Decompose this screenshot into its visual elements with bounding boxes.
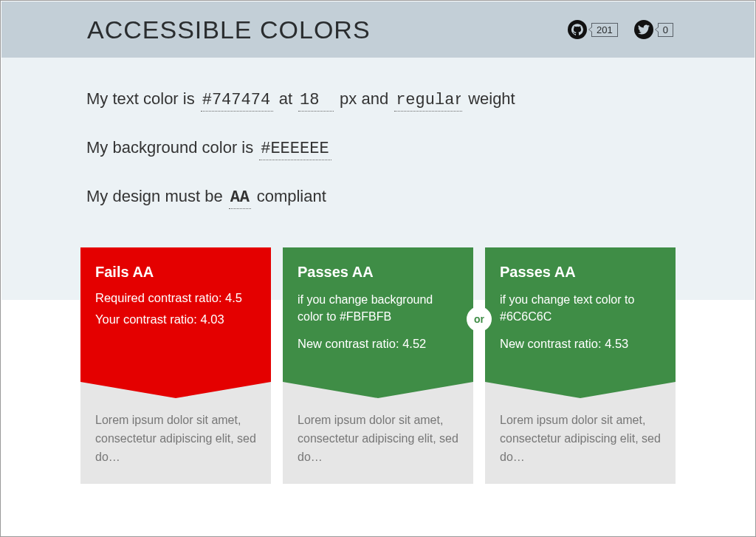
or-divider: or	[467, 307, 492, 332]
svg-marker-1	[283, 382, 473, 398]
label-text: compliant	[257, 187, 326, 206]
new-ratio: New contrast ratio: 4.53	[500, 337, 661, 351]
social-links: 201 0	[568, 20, 755, 39]
svg-marker-0	[80, 382, 271, 398]
card-head: Fails AA Required contrast ratio: 4.5 Yo…	[80, 247, 271, 382]
label-text: weight	[468, 89, 515, 109]
github-link[interactable]: 201	[568, 20, 618, 39]
card-head: Passes AA if you change text color to #6…	[485, 247, 676, 382]
label-text: My text color is	[86, 89, 195, 109]
bg-color-line: My background color is	[86, 138, 667, 160]
label-text: My background color is	[86, 138, 253, 157]
card-pass-bg: Passes AA if you change background color…	[283, 247, 473, 484]
twitter-icon	[634, 20, 653, 39]
card-subtitle: if you change text color to #6C6C6C	[500, 291, 661, 325]
card-title: Fails AA	[95, 264, 256, 281]
card-pass-text: Passes AA if you change text color to #6…	[485, 247, 676, 484]
compliance-level-input[interactable]	[229, 188, 251, 209]
card-fail: Fails AA Required contrast ratio: 4.5 Yo…	[80, 247, 271, 484]
svg-marker-2	[485, 382, 676, 398]
form-area: My text color is at px and weight My bac…	[86, 89, 667, 236]
font-size-input[interactable]	[298, 91, 334, 112]
bg-color-input[interactable]	[259, 140, 331, 160]
github-count: 201	[591, 23, 618, 37]
text-color-input[interactable]	[201, 91, 273, 112]
compliance-line: My design must be compliant	[86, 187, 667, 209]
card-title: Passes AA	[500, 264, 661, 281]
label-text: at	[279, 89, 292, 109]
header: ACCESSIBLE COLORS 201 0	[1, 1, 755, 58]
your-ratio: Your contrast ratio: 4.03	[95, 312, 256, 326]
page-title: ACCESSIBLE COLORS	[87, 16, 568, 44]
chevron-icon	[485, 382, 676, 398]
chevron-icon	[283, 382, 473, 398]
card-subtitle: if you change background color to #FBFBF…	[298, 291, 458, 325]
chevron-icon	[80, 382, 271, 398]
new-ratio: New contrast ratio: 4.52	[298, 337, 458, 351]
font-weight-input[interactable]	[394, 91, 462, 112]
label-text: px and	[340, 89, 388, 109]
label-text: My design must be	[86, 187, 223, 206]
card-title: Passes AA	[298, 264, 458, 281]
result-cards: Fails AA Required contrast ratio: 4.5 Yo…	[80, 247, 676, 484]
github-icon	[568, 20, 587, 39]
twitter-link[interactable]: 0	[634, 20, 673, 39]
required-ratio: Required contrast ratio: 4.5	[95, 291, 256, 305]
card-head: Passes AA if you change background color…	[283, 247, 473, 382]
text-color-line: My text color is at px and weight	[86, 89, 667, 112]
twitter-count: 0	[658, 23, 673, 37]
